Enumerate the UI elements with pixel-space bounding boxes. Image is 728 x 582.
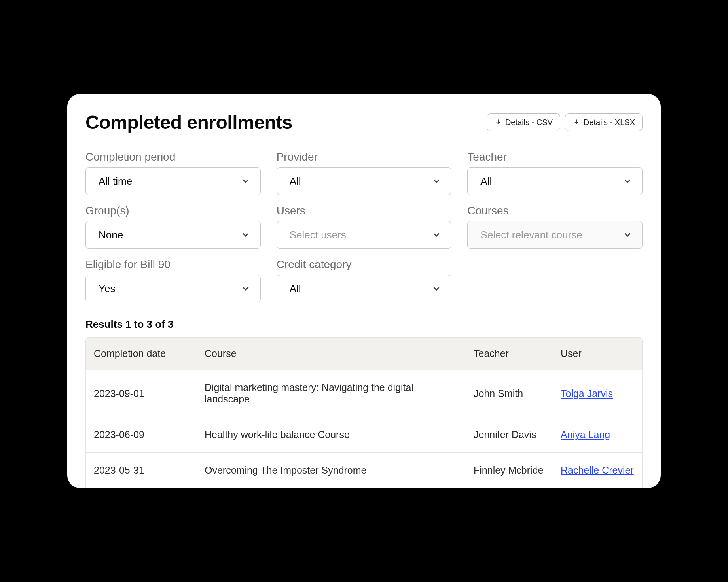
cell-teacher: Finnley Mcbride [466, 453, 553, 488]
select-value: All [480, 175, 492, 187]
export-xlsx-label: Details - XLSX [584, 118, 635, 127]
filter-label: Completion period [85, 151, 261, 163]
cell-course: Digital marketing mastery: Navigating th… [197, 370, 466, 417]
filter-label: Group(s) [85, 204, 261, 217]
export-csv-label: Details - CSV [505, 118, 553, 127]
download-icon [573, 119, 580, 127]
select-value: None [99, 229, 123, 241]
col-header-user[interactable]: User [553, 338, 642, 370]
filter-teacher: Teacher All [467, 151, 643, 195]
table-row: 2023-09-01 Digital marketing mastery: Na… [86, 370, 642, 417]
export-buttons: Details - CSV Details - XLSX [487, 113, 643, 131]
page-title: Completed enrollments [85, 111, 292, 133]
provider-select[interactable]: All [277, 167, 452, 195]
export-csv-button[interactable]: Details - CSV [487, 113, 560, 131]
cell-course: Overcoming The Imposter Syndrome [197, 453, 466, 488]
groups-select[interactable]: None [85, 221, 261, 249]
chevron-down-icon [622, 230, 633, 240]
chevron-down-icon [431, 230, 442, 240]
user-link[interactable]: Rachelle Crevier [561, 465, 634, 476]
chevron-down-icon [431, 176, 442, 186]
col-header-teacher[interactable]: Teacher [466, 338, 553, 370]
bill90-select[interactable]: Yes [85, 275, 261, 302]
filter-label: Eligible for Bill 90 [85, 258, 261, 271]
export-xlsx-button[interactable]: Details - XLSX [565, 113, 643, 131]
filter-label: Users [277, 204, 452, 217]
select-value: All [290, 283, 301, 295]
chevron-down-icon [431, 283, 442, 294]
cell-teacher: Jennifer Davis [466, 417, 553, 453]
select-value: All [290, 175, 301, 187]
filter-courses: Courses Select relevant course [467, 204, 643, 249]
filter-grid: Completion period All time Provider All … [85, 151, 643, 302]
users-select[interactable]: Select users [277, 221, 452, 249]
user-link[interactable]: Aniya Lang [561, 429, 610, 440]
chevron-down-icon [622, 176, 633, 186]
user-link[interactable]: Tolga Jarvis [561, 388, 613, 399]
col-header-course[interactable]: Course [197, 338, 466, 370]
select-value: Yes [99, 283, 115, 295]
table-row: 2023-06-09 Healthy work-life balance Cou… [86, 417, 642, 453]
cell-course: Healthy work-life balance Course [197, 417, 466, 453]
filter-label: Teacher [467, 151, 643, 163]
select-placeholder: Select relevant course [480, 229, 582, 241]
filter-label: Courses [467, 204, 643, 217]
filter-label: Credit category [277, 258, 452, 271]
chevron-down-icon [241, 176, 251, 186]
filter-label: Provider [277, 151, 452, 163]
credit-category-select[interactable]: All [277, 275, 452, 302]
filter-completion-period: Completion period All time [85, 151, 261, 195]
col-header-date[interactable]: Completion date [86, 338, 197, 370]
filter-groups: Group(s) None [85, 204, 261, 249]
teacher-select[interactable]: All [467, 167, 643, 195]
select-value: All time [99, 175, 132, 187]
filter-bill90: Eligible for Bill 90 Yes [85, 258, 261, 302]
results-table: Completion date Course Teacher User 2023… [86, 337, 642, 488]
results-table-wrap: Completion date Course Teacher User 2023… [85, 337, 643, 488]
select-placeholder: Select users [290, 229, 346, 241]
filter-credit-category: Credit category All [277, 258, 452, 302]
cell-date: 2023-05-31 [86, 453, 197, 488]
table-row: 2023-05-31 Overcoming The Imposter Syndr… [86, 453, 642, 488]
completion-period-select[interactable]: All time [85, 167, 261, 195]
cell-date: 2023-09-01 [86, 370, 197, 417]
filter-users: Users Select users [277, 204, 452, 249]
courses-select[interactable]: Select relevant course [467, 221, 643, 249]
download-icon [494, 119, 502, 127]
filter-provider: Provider All [277, 151, 452, 195]
results-count: Results 1 to 3 of 3 [85, 318, 643, 331]
report-card: Completed enrollments Details - CSV Deta… [67, 94, 661, 488]
cell-teacher: John Smith [466, 370, 553, 417]
chevron-down-icon [241, 283, 251, 294]
header-row: Completed enrollments Details - CSV Deta… [85, 111, 643, 133]
chevron-down-icon [241, 230, 251, 240]
cell-date: 2023-06-09 [86, 417, 197, 453]
